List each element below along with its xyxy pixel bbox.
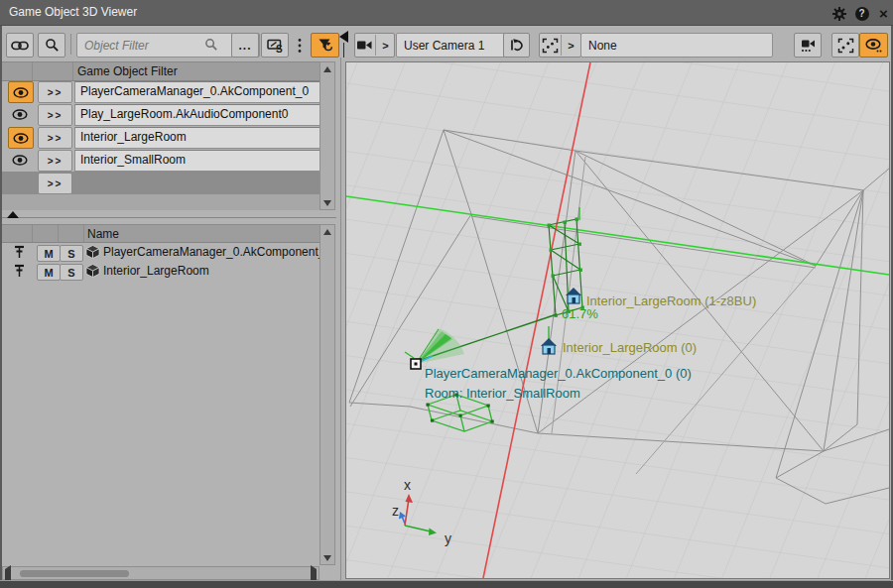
visibility-options-button[interactable] (859, 33, 888, 58)
link-icon (11, 39, 29, 53)
gear-icon (831, 6, 847, 22)
scroll-up-arrow[interactable] (320, 225, 334, 238)
camera-select[interactable]: User Camera 1 (396, 33, 508, 58)
camera-mode-button[interactable]: > (354, 33, 395, 58)
follow-object-select[interactable]: None (580, 33, 773, 58)
solo-button[interactable]: S (60, 264, 83, 281)
watch-name-label: PlayerCameraManager_0.AkComponent_0 (103, 245, 320, 259)
reset-undo-icon (509, 38, 525, 53)
chevron-right-icon[interactable]: > (378, 40, 392, 52)
send-to-watch-button[interactable]: >> (38, 81, 72, 103)
watch-row[interactable]: M S Interior_LargeRoom (2, 262, 319, 281)
game-object-cube-icon (85, 245, 100, 259)
room-assignment-label: Room: Interior_SmallRoom (425, 386, 580, 401)
column-divider (72, 62, 73, 80)
split-divider (561, 35, 562, 56)
watch-table-hscrollbar[interactable] (2, 566, 319, 580)
filter-row-empty[interactable]: >> (2, 172, 319, 194)
visibility-eye-button[interactable] (8, 127, 34, 149)
svg-text:S: S (276, 44, 283, 54)
help-button[interactable]: ? (853, 5, 870, 22)
scroll-thumb[interactable] (20, 570, 129, 577)
panel-splitter[interactable] (2, 217, 336, 218)
scroll-up-arrow[interactable] (320, 62, 334, 75)
filter-row[interactable]: >> Interior_LargeRoom (2, 126, 319, 149)
toolbar: ... S (0, 26, 893, 58)
scroll-down-arrow[interactable] (320, 551, 334, 564)
close-button[interactable]: × (875, 5, 892, 22)
camera-select-value: User Camera 1 (404, 39, 484, 53)
solo-button[interactable]: S (60, 245, 83, 262)
mute-button[interactable]: M (37, 245, 61, 262)
eye-options-icon (865, 38, 883, 54)
pin-icon[interactable] (13, 264, 26, 278)
title-bar: Game Object 3D Viewer ? × (0, 0, 893, 26)
column-divider (83, 225, 84, 242)
filter-row[interactable]: >> Play_LargeRoom.AkAudioComponent0 (2, 103, 319, 126)
more-options-button[interactable]: ... (231, 33, 259, 58)
viewport-grid (346, 62, 889, 578)
watch-table-header-label: Name (87, 227, 119, 241)
toolbar-overflow-marker-icon[interactable] (339, 31, 349, 44)
visibility-eye-button[interactable] (8, 150, 32, 170)
viewport-3d[interactable]: Interior_LargeRoom (1-z8BU) 61.7% Interi… (345, 61, 890, 579)
send-to-watch-button[interactable]: >> (38, 127, 72, 149)
send-to-watch-button[interactable]: >> (38, 104, 72, 126)
portal-label: Interior_LargeRoom (1-z8BU) (586, 294, 756, 308)
pin-icon[interactable] (13, 245, 26, 259)
split-divider (375, 35, 376, 56)
game-object-3d-viewer-window: Game Object 3D Viewer ? × (0, 0, 893, 588)
watch-table-scrollbar[interactable] (319, 224, 335, 565)
chevron-right-icon[interactable]: > (564, 40, 577, 52)
frame-brackets-icon (837, 38, 854, 54)
game-object-cube-icon (85, 264, 100, 278)
axis-z-label: z (392, 503, 399, 519)
filter-name-field[interactable]: Interior_LargeRoom (74, 127, 327, 149)
reset-camera-button[interactable] (503, 33, 530, 58)
column-divider (32, 225, 33, 242)
filter-name-field[interactable]: PlayerCameraManager_0.AkComponent_0 (74, 81, 327, 103)
game-object-filter-toggle-button[interactable] (311, 33, 339, 58)
kebab-icon (298, 38, 302, 54)
watch-row[interactable]: M S PlayerCameraManager_0.AkComponent_0 (2, 243, 319, 262)
filter-table-header: Game Object Filter (2, 61, 319, 81)
send-to-watch-button[interactable]: >> (38, 150, 72, 172)
diffraction-percent-label: 61.7% (562, 306, 598, 321)
follow-select-value: None (588, 39, 617, 53)
visibility-eye-button[interactable] (8, 81, 34, 103)
scroll-down-arrow[interactable] (320, 196, 334, 209)
column-divider (58, 225, 59, 242)
send-to-watch-button[interactable]: >> (38, 173, 72, 194)
column-divider (32, 62, 33, 80)
window-title: Game Object 3D Viewer (9, 5, 137, 19)
search-object-button[interactable] (38, 33, 65, 58)
filter-name-field[interactable]: Play_LargeRoom.AkAudioComponent0 (74, 104, 327, 126)
window-bottom-edge (0, 581, 893, 588)
follow-object-button[interactable]: > (539, 33, 581, 58)
help-icon: ? (855, 7, 869, 21)
filter-name-field[interactable]: Interior_SmallRoom (74, 150, 327, 172)
mute-button[interactable]: M (37, 264, 61, 281)
monitor-mode-button[interactable]: S (261, 33, 289, 58)
filter-table-header-label: Game Object Filter (77, 64, 178, 78)
ellipsis-icon: ... (238, 39, 251, 53)
settings-button[interactable] (830, 5, 847, 22)
watch-table-header: Name (2, 224, 319, 243)
axis-x-label: x (404, 477, 411, 493)
close-icon: × (879, 6, 888, 21)
camera-options-button[interactable] (794, 33, 822, 58)
frame-all-button[interactable] (831, 33, 859, 58)
link-objects-button[interactable] (6, 33, 34, 58)
filter-row[interactable]: >> PlayerCameraManager_0.AkComponent_0 (2, 80, 319, 103)
filter-table-scrollbar[interactable] (319, 61, 335, 210)
toolbar-separator (70, 34, 71, 55)
visibility-eye-button[interactable] (8, 104, 32, 124)
splitter-collapse-arrow[interactable] (7, 211, 19, 218)
filter-table-footer (2, 194, 319, 210)
vertical-splitter[interactable] (340, 58, 341, 580)
filter-row[interactable]: >> Interior_SmallRoom (2, 149, 319, 172)
kebab-menu-button[interactable] (290, 33, 309, 58)
monitor-s-icon: S (267, 38, 284, 54)
watch-name-label: Interior_LargeRoom (103, 264, 320, 278)
video-camera-icon (356, 38, 373, 53)
